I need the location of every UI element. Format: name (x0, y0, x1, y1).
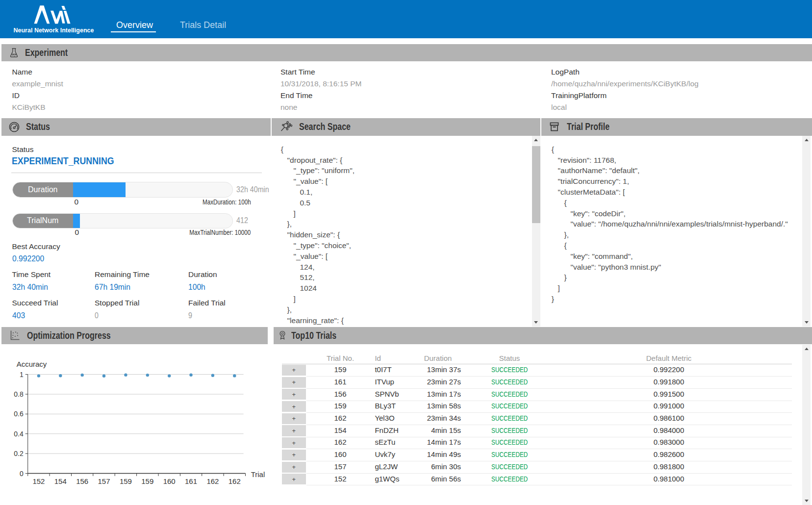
svg-text:Trial: Trial (251, 470, 265, 479)
svg-text:156: 156 (76, 477, 88, 485)
svg-text:0.2: 0.2 (14, 450, 24, 457)
svg-text:160: 160 (163, 477, 176, 485)
svg-text:157: 157 (98, 477, 110, 485)
svg-text:Accuracy: Accuracy (17, 360, 47, 368)
svg-text:161: 161 (185, 477, 197, 485)
svg-text:162: 162 (228, 477, 241, 485)
svg-text:0.4: 0.4 (14, 430, 24, 438)
svg-text:Neural Network Intelligence: Neural Network Intelligence (14, 27, 94, 34)
svg-text:0: 0 (20, 470, 24, 478)
svg-text:0.8: 0.8 (14, 390, 24, 398)
svg-text:159: 159 (141, 477, 153, 485)
svg-text:162: 162 (206, 477, 219, 485)
svg-text:159: 159 (120, 477, 132, 485)
svg-text:0.6: 0.6 (14, 410, 24, 418)
svg-text:152: 152 (32, 477, 45, 485)
svg-text:1: 1 (20, 371, 24, 379)
svg-text:154: 154 (54, 477, 67, 485)
